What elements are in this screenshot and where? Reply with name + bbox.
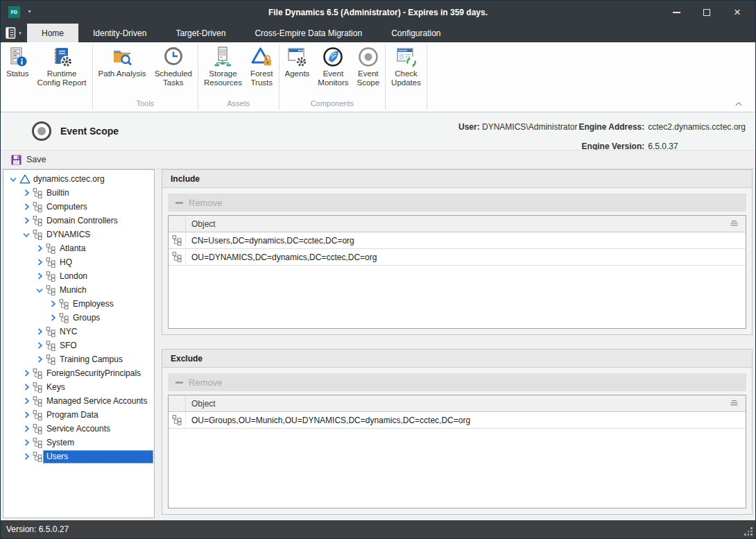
app-logo-icon[interactable]: FD (8, 6, 20, 18)
chevron-right-icon[interactable] (47, 300, 58, 307)
tree-item-label[interactable]: System (44, 437, 153, 449)
forest-trusts-button[interactable]: Forest Trusts (246, 44, 277, 87)
chevron-right-icon[interactable] (21, 411, 32, 418)
tree-item-label[interactable]: SFO (57, 340, 153, 352)
tree-item-dynamics-cctec-org[interactable]: dynamics.cctec.org (3, 172, 154, 186)
tree-item-label[interactable]: dynamics.cctec.org (31, 173, 153, 185)
tree-item-label[interactable]: Training Campus (57, 354, 153, 366)
include-table-header[interactable]: Object (169, 216, 746, 232)
runtime-config-report-button[interactable]: Runtime Config Report (33, 44, 91, 87)
chevron-right-icon[interactable] (21, 217, 32, 224)
tree-item-label[interactable]: Keys (44, 382, 153, 393)
remove-button[interactable]: Remove (175, 198, 222, 208)
tree-item-label[interactable]: London (57, 271, 153, 282)
chevron-down-icon[interactable] (8, 176, 19, 182)
object-dn[interactable]: CN=Users,DC=dynamics,DC=cctec,DC=org (186, 236, 746, 246)
tree-item-label[interactable]: Munich (57, 284, 153, 296)
chevron-right-icon[interactable] (21, 397, 32, 404)
tree-item-employess[interactable]: Employess (3, 297, 154, 311)
tree-item-training-campus[interactable]: Training Campus (3, 352, 154, 366)
include-table-row[interactable]: CN=Users,DC=dynamics,DC=cctec,DC=org (169, 232, 746, 249)
tree-item-dynamics[interactable]: DYNAMICS (3, 228, 154, 241)
tab-configuration[interactable]: Configuration (377, 24, 455, 42)
minimize-button[interactable] (661, 1, 691, 24)
chevron-right-icon[interactable] (21, 425, 32, 432)
tree-item-foreignsecurityprincipals[interactable]: ForeignSecurityPrincipals (3, 366, 154, 380)
save-button[interactable]: Save (10, 154, 46, 166)
chevron-right-icon[interactable] (21, 203, 32, 210)
scheduled-tasks-button[interactable]: Scheduled Tasks (151, 44, 196, 87)
tree-item-managed-service-accounts[interactable]: Managed Service Accounts (3, 394, 154, 408)
chevron-right-icon[interactable] (21, 384, 32, 391)
chevron-right-icon[interactable] (34, 273, 45, 280)
tree-item-label[interactable]: Users (44, 451, 153, 463)
tab-identity-driven[interactable]: Identity-Driven (78, 24, 161, 42)
tree-item-label[interactable]: Builtin (44, 187, 153, 199)
tree-item-atlanta[interactable]: Atlanta (3, 241, 154, 255)
tree-item-label[interactable]: Atlanta (57, 243, 153, 255)
tree-item-label[interactable]: Managed Service Accounts (44, 395, 153, 407)
tree-item-munich[interactable]: Munich (3, 283, 154, 297)
tree-item-groups[interactable]: Groups (3, 311, 154, 325)
sort-icon[interactable] (730, 220, 739, 228)
status-button[interactable]: Status (2, 44, 33, 78)
tree-item-label[interactable]: Service Accounts (44, 423, 153, 435)
tree-item-label[interactable]: Program Data (44, 409, 153, 421)
path-analysis-button[interactable]: Path Analysis (94, 44, 151, 78)
chevron-right-icon[interactable] (34, 245, 45, 252)
object-dn[interactable]: OU=Groups,OU=Munich,OU=DYNAMICS,DC=dynam… (186, 416, 746, 425)
event-monitors-button[interactable]: Event Monitors (313, 44, 352, 87)
tree-item-label[interactable]: Domain Controllers (44, 215, 153, 227)
tree-item-label[interactable]: Computers (44, 201, 153, 213)
object-dn[interactable]: OU=DYNAMICS,DC=dynamics,DC=cctec,DC=org (186, 253, 746, 262)
include-table-row[interactable]: OU=DYNAMICS,DC=dynamics,DC=cctec,DC=org (169, 249, 746, 266)
tab-cross-empire-data-migration[interactable]: Cross-Empire Data Migration (240, 24, 377, 42)
tree-item-label[interactable]: NYC (57, 326, 153, 338)
tree-item-domain-controllers[interactable]: Domain Controllers (3, 214, 154, 228)
chevron-right-icon[interactable] (21, 439, 32, 446)
tree-item-label[interactable]: Employess (70, 298, 153, 310)
exclude-table-header[interactable]: Object (169, 395, 746, 412)
tab-home[interactable]: Home (27, 24, 78, 42)
chevron-right-icon[interactable] (34, 328, 45, 335)
chevron-right-icon[interactable] (34, 356, 45, 363)
tab-target-driven[interactable]: Target-Driven (161, 24, 240, 42)
tree-item-computers[interactable]: Computers (3, 200, 154, 214)
tree-item-label[interactable]: HQ (57, 257, 153, 268)
tree-item-system[interactable]: System (3, 436, 154, 450)
chevron-right-icon[interactable] (21, 370, 32, 377)
tree-item-builtin[interactable]: Builtin (3, 186, 154, 200)
sort-icon[interactable] (730, 400, 739, 407)
check-updates-button[interactable]: Check Updates (387, 44, 425, 87)
tree-item-sfo[interactable]: SFO (3, 339, 154, 352)
tree-item-london[interactable]: London (3, 269, 154, 283)
exclude-column-object[interactable]: Object (186, 399, 730, 409)
collapse-ribbon-button[interactable] (734, 97, 743, 110)
chevron-right-icon[interactable] (21, 453, 32, 460)
chevron-right-icon[interactable] (47, 314, 58, 321)
chevron-right-icon[interactable] (34, 259, 45, 266)
chevron-right-icon[interactable] (34, 342, 45, 349)
exclude-table-row[interactable]: OU=Groups,OU=Munich,OU=DYNAMICS,DC=dynam… (169, 412, 746, 429)
tree-item-service-accounts[interactable]: Service Accounts (3, 422, 154, 436)
resize-grip-icon[interactable] (744, 527, 753, 536)
storage-resources-button[interactable]: Storage Resources (200, 44, 246, 87)
maximize-button[interactable] (691, 1, 722, 24)
tree-item-label[interactable]: ForeignSecurityPrincipals (44, 368, 153, 379)
remove-button[interactable]: Remove (175, 377, 222, 388)
tree-item-nyc[interactable]: NYC (3, 325, 154, 339)
agents-button[interactable]: Agents (281, 44, 314, 78)
tree-item-label[interactable]: Groups (70, 312, 153, 324)
tree-item-program-data[interactable]: Program Data (3, 408, 154, 422)
chevron-down-icon[interactable] (21, 232, 32, 238)
event-scope-button[interactable]: Event Scope (352, 44, 384, 87)
tree-item-hq[interactable]: HQ (3, 255, 154, 269)
quick-access-dropdown-icon[interactable]: ▼ (27, 9, 32, 14)
tree-item-label[interactable]: DYNAMICS (44, 229, 153, 241)
tree-item-users[interactable]: Users (3, 450, 154, 463)
chevron-down-icon[interactable] (34, 287, 45, 293)
include-column-object[interactable]: Object (186, 219, 730, 229)
chevron-right-icon[interactable] (21, 189, 32, 196)
close-button[interactable]: × (722, 1, 753, 24)
file-menu-button[interactable]: ▼ (1, 24, 27, 42)
